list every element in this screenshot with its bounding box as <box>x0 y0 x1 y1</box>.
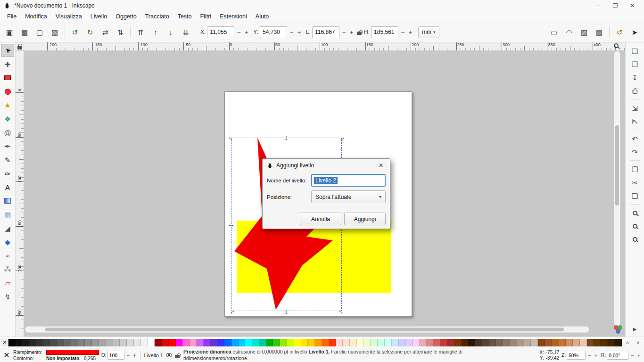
zoom-page-icon[interactable] <box>628 233 642 246</box>
palette-swatch[interactable] <box>343 339 350 346</box>
scale-stroke-toggle[interactable]: ▭ <box>547 25 561 39</box>
layer-visibility-icon[interactable] <box>166 353 172 357</box>
ellipse-tool[interactable] <box>1 85 14 98</box>
menu-aiuto[interactable]: Aiuto <box>251 12 273 21</box>
x-spin-plus[interactable]: + <box>243 26 249 38</box>
cut-icon[interactable]: ✂ <box>628 176 642 189</box>
palette-scroll-down-icon[interactable]: ˅ <box>633 338 643 347</box>
text-tool[interactable]: A <box>1 181 14 194</box>
opacity-spin-plus[interactable]: + <box>132 352 138 359</box>
bezier-tool[interactable]: ✒ <box>1 140 14 153</box>
palette-swatch[interactable] <box>350 339 357 346</box>
x-field[interactable] <box>207 26 234 38</box>
menu-estensioni[interactable]: Estensioni <box>215 12 251 21</box>
palette-swatch[interactable] <box>322 339 329 346</box>
palette-swatch[interactable] <box>169 339 176 346</box>
deselect-icon[interactable]: ▢ <box>33 25 47 39</box>
palette-swatch[interactable] <box>141 339 148 346</box>
y-field[interactable] <box>260 26 287 38</box>
flip-vertical-icon[interactable]: ⇅ <box>113 25 127 39</box>
tweak-tool[interactable]: ≈ <box>1 249 14 262</box>
palette-swatch[interactable] <box>489 339 496 346</box>
palette-swatch[interactable] <box>587 339 594 346</box>
new-document-icon[interactable]: ❑ <box>628 45 642 57</box>
palette-swatch[interactable] <box>531 339 538 346</box>
palette-swatch[interactable] <box>399 339 406 346</box>
palette-swatch[interactable] <box>231 339 239 346</box>
menu-visualizza[interactable]: Visualizza <box>51 12 86 21</box>
flip-horizontal-icon[interactable]: ⇄ <box>98 25 112 39</box>
palette-swatch[interactable] <box>371 339 378 346</box>
palette-swatch[interactable] <box>524 339 531 346</box>
paste-icon[interactable]: ❏ <box>628 189 642 202</box>
palette-swatch[interactable] <box>496 339 503 346</box>
fill-stroke-indicator[interactable]: Riempimento: Contorno: Non impostato 0,2… <box>13 349 99 361</box>
palette-swatch[interactable] <box>64 339 71 346</box>
palette-swatch[interactable] <box>57 339 64 346</box>
palette-swatch[interactable] <box>252 339 259 346</box>
width-spin-minus[interactable]: − <box>341 26 347 38</box>
close-button[interactable]: ✕ <box>624 0 640 11</box>
palette-swatch[interactable] <box>503 339 510 346</box>
palette-swatch[interactable] <box>468 339 475 346</box>
layer-position-select[interactable]: Sopra l'attuale ▾ <box>311 190 386 203</box>
copy-icon[interactable]: ❐ <box>628 163 642 175</box>
color-management-icon[interactable] <box>614 325 622 334</box>
palette-swatch[interactable] <box>8 339 16 346</box>
palette-swatch[interactable] <box>210 339 217 346</box>
fill-color-swatch[interactable] <box>46 350 99 355</box>
mesh-tool[interactable]: ▦ <box>1 208 14 221</box>
palette-swatch[interactable] <box>99 339 106 346</box>
palette-swatch[interactable] <box>155 339 162 346</box>
zoom-selection-icon[interactable] <box>628 207 642 219</box>
layer-name-input[interactable]: Livello 2 <box>311 174 386 187</box>
palette-swatch[interactable] <box>259 339 266 346</box>
selection-handle-bottom-center[interactable]: ↕ <box>282 308 290 315</box>
move-gradients-toggle[interactable]: ▨ <box>577 25 591 39</box>
lower-icon[interactable]: ↓ <box>164 25 178 39</box>
palette-swatch[interactable] <box>405 339 413 346</box>
menu-modifica[interactable]: Modifica <box>21 12 51 21</box>
palette-swatch[interactable] <box>440 339 447 346</box>
palette-swatch[interactable] <box>301 339 308 346</box>
maximize-button[interactable]: ❐ <box>607 0 623 11</box>
palette-swatch[interactable] <box>462 339 469 346</box>
palette-swatch[interactable] <box>106 339 113 346</box>
palette-swatch[interactable] <box>447 339 454 346</box>
menu-tracciato[interactable]: Tracciato <box>141 12 173 21</box>
palette-swatch[interactable] <box>113 339 120 346</box>
add-button[interactable]: Aggiungi <box>344 213 386 225</box>
width-spin-plus[interactable]: + <box>348 26 355 38</box>
palette-swatch[interactable] <box>280 339 287 346</box>
palette-swatch[interactable] <box>36 339 43 346</box>
opacity-field[interactable] <box>107 351 124 360</box>
minimize-button[interactable]: – <box>590 0 606 11</box>
ruler-corner[interactable] <box>16 42 24 51</box>
rotation-spin-minus[interactable]: − <box>629 352 635 359</box>
guides-lock-icon[interactable] <box>17 46 22 49</box>
palette-scroll-up-icon[interactable]: ˄ <box>623 338 632 347</box>
lock-ratio-toggle-icon[interactable] <box>357 32 362 35</box>
palette-swatch[interactable] <box>601 339 608 346</box>
current-layer-select[interactable]: Livello 1 <box>144 353 163 358</box>
toolbar-collapse-arrow[interactable]: ➤ <box>627 25 642 39</box>
vertical-scrollbar[interactable] <box>614 51 620 326</box>
palette-swatch[interactable] <box>336 339 343 346</box>
palette-swatch[interactable] <box>224 339 231 346</box>
palette-swatch[interactable] <box>176 339 183 346</box>
palette-swatch[interactable] <box>197 339 204 346</box>
horizontal-scrollbar-thumb[interactable] <box>45 328 564 331</box>
selection-handle-middle-left[interactable]: ↔ <box>227 221 235 228</box>
menu-testo[interactable]: Testo <box>173 12 196 21</box>
spiral-tool[interactable]: @ <box>1 126 14 139</box>
opacity-spin-minus[interactable]: − <box>125 352 131 359</box>
palette-swatch[interactable] <box>78 339 85 346</box>
rotation-field[interactable] <box>607 351 628 360</box>
dropper-tool[interactable]: ◢ <box>1 222 14 235</box>
palette-swatch[interactable] <box>594 339 601 346</box>
palette-swatch[interactable] <box>134 339 141 346</box>
canvas-viewport[interactable]: ↔ ↕ ↔ ↔ ↔ ↔ ↕ ↔ Aggiungi livello ✕ <box>24 51 625 337</box>
zoom-spin-plus[interactable]: + <box>593 352 599 359</box>
palette-swatch[interactable] <box>378 339 385 346</box>
palette-swatch[interactable] <box>385 339 392 346</box>
